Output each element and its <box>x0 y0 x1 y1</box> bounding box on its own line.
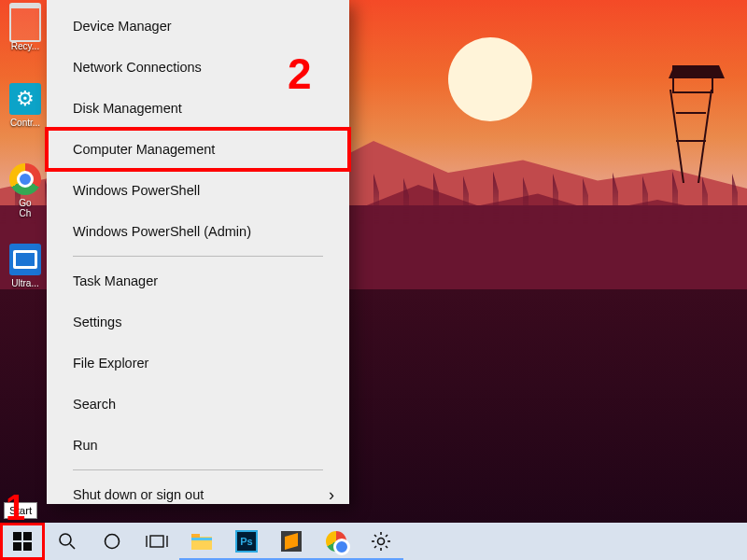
taskbar-sublime-text[interactable] <box>269 523 314 560</box>
photoshop-icon: Ps <box>235 530 258 553</box>
task-view-icon <box>146 533 168 550</box>
chrome-icon <box>326 531 346 552</box>
menu-separator <box>73 256 323 257</box>
desktop-icon-control-panel[interactable]: ⚙ Contr... <box>4 80 47 138</box>
winx-item-label: Disk Management <box>73 101 182 116</box>
taskbar-chrome[interactable] <box>314 523 359 560</box>
svg-point-13 <box>378 539 385 545</box>
winx-item-label: Windows PowerShell (Admin) <box>73 224 251 239</box>
taskbar: Ps <box>0 523 747 560</box>
svg-text:Ps: Ps <box>240 536 252 547</box>
svg-line-21 <box>386 535 388 537</box>
taskbar-search-button[interactable] <box>45 523 90 560</box>
winx-item-label: Shut down or sign out <box>73 487 204 502</box>
wallpaper-sun <box>448 37 532 121</box>
svg-point-0 <box>60 534 71 545</box>
ultraiso-icon <box>9 244 41 275</box>
cortana-icon <box>103 532 121 551</box>
sublime-text-icon <box>281 531 302 552</box>
taskbar-file-explorer[interactable] <box>179 523 224 560</box>
winx-item-windows-powershell[interactable]: Windows PowerShell <box>47 170 349 211</box>
winx-item-label: Windows PowerShell <box>73 183 200 198</box>
taskbar-cortana-button[interactable] <box>90 523 134 560</box>
desktop-icon-label: Go Ch <box>2 198 49 218</box>
winx-item-label: Task Manager <box>73 273 158 288</box>
winx-item-settings[interactable]: Settings <box>47 301 349 343</box>
recycle-bin-icon <box>9 3 41 42</box>
desktop-icon-label: Ultra... <box>2 278 49 288</box>
winx-item-windows-powershell-admin[interactable]: Windows PowerShell (Admin) <box>47 211 349 252</box>
winx-item-run[interactable]: Run <box>47 425 349 466</box>
winx-item-file-explorer[interactable]: File Explorer <box>47 343 349 384</box>
winx-item-label: Device Manager <box>73 19 172 34</box>
taskbar-settings[interactable] <box>359 523 403 560</box>
taskbar-task-view-button[interactable] <box>134 523 179 560</box>
wallpaper-fire-tower <box>663 56 719 187</box>
winx-item-shutdown-signout[interactable]: Shut down or sign out › <box>47 474 349 515</box>
start-button[interactable] <box>0 523 45 560</box>
winx-item-task-manager[interactable]: Task Manager <box>47 260 349 301</box>
desktop-icon-ultraiso[interactable]: Ultra... <box>4 241 47 299</box>
annotation-number-2: 2 <box>288 49 312 99</box>
control-panel-icon: ⚙ <box>9 83 41 115</box>
desktop-icon-recycle-bin[interactable]: Recy... <box>4 4 47 62</box>
svg-line-1 <box>70 544 75 549</box>
taskbar-photoshop[interactable]: Ps <box>224 523 269 560</box>
chevron-right-icon: › <box>329 485 334 505</box>
desktop-screen: Recy... ⚙ Contr... Go Ch Ultra... Device… <box>0 0 747 560</box>
desktop-icons-column: Recy... ⚙ Contr... Go Ch Ultra... <box>4 4 47 314</box>
svg-line-18 <box>374 535 376 537</box>
svg-rect-3 <box>150 536 163 547</box>
menu-separator <box>73 469 323 470</box>
windows-logo-icon <box>13 532 32 551</box>
winx-item-label: Computer Management <box>73 142 215 157</box>
gear-icon <box>371 531 391 552</box>
svg-line-20 <box>374 546 376 548</box>
winx-item-label: Run <box>73 438 98 453</box>
desktop-icon-chrome[interactable]: Go Ch <box>4 161 47 218</box>
svg-rect-8 <box>191 538 212 540</box>
winx-item-label: Search <box>73 397 116 412</box>
winx-item-label: Network Connections <box>73 60 202 75</box>
search-icon <box>58 532 77 551</box>
winx-item-computer-management[interactable]: Computer Management <box>47 129 349 170</box>
file-explorer-icon <box>190 532 213 551</box>
winx-item-label: File Explorer <box>73 356 148 371</box>
svg-line-19 <box>386 546 388 548</box>
chrome-icon <box>9 163 41 195</box>
winx-item-label: Settings <box>73 315 121 329</box>
winx-item-search[interactable]: Search <box>47 384 349 425</box>
desktop-icon-label: Recy... <box>2 41 49 51</box>
desktop-icon-label: Contr... <box>2 118 49 128</box>
winx-item-device-manager[interactable]: Device Manager <box>47 6 349 47</box>
svg-point-2 <box>106 535 120 549</box>
